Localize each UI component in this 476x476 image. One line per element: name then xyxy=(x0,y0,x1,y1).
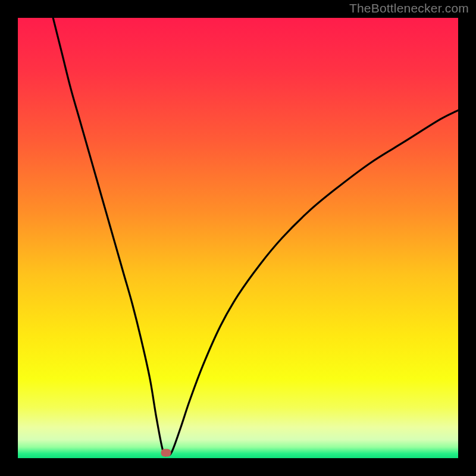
bottleneck-curve xyxy=(53,18,458,456)
optimal-point-marker xyxy=(161,449,171,457)
chart-frame: TheBottlenecker.com xyxy=(0,0,476,476)
plot-area xyxy=(18,18,458,458)
curve-layer xyxy=(18,18,458,458)
attribution-text: TheBottlenecker.com xyxy=(349,1,469,15)
